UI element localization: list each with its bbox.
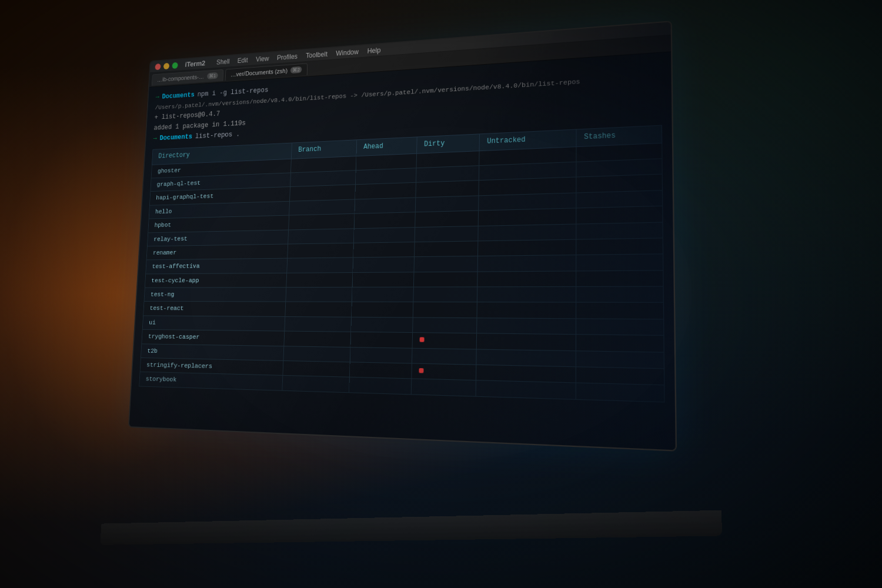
cell-untracked bbox=[478, 224, 576, 241]
cell-ahead bbox=[352, 302, 413, 318]
cell-untracked bbox=[477, 302, 576, 319]
menu-shell[interactable]: Shell bbox=[212, 56, 234, 67]
cell-dirty bbox=[414, 272, 478, 287]
cell-directory: storybook bbox=[139, 372, 283, 391]
cell-dirty bbox=[412, 363, 476, 380]
table-row: test-cycle-app bbox=[145, 270, 663, 288]
cell-directory: test-ng bbox=[144, 288, 286, 302]
cell-untracked bbox=[479, 208, 576, 226]
cell-dirty bbox=[415, 226, 478, 242]
cell-dirty bbox=[416, 196, 479, 212]
prompt-arrow-1: → bbox=[155, 92, 159, 102]
close-button[interactable] bbox=[155, 64, 161, 70]
tab-1-badge: ⌘1 bbox=[207, 72, 218, 79]
cell-branch bbox=[289, 213, 355, 229]
cell-untracked bbox=[477, 287, 576, 303]
cell-stashes bbox=[576, 335, 664, 352]
cell-directory: renamer bbox=[146, 244, 288, 260]
cell-stashes bbox=[576, 286, 664, 303]
cell-dirty bbox=[416, 166, 479, 183]
cell-branch bbox=[288, 243, 354, 258]
cell-dirty bbox=[416, 181, 479, 198]
cell-stashes bbox=[576, 190, 663, 208]
cell-ahead bbox=[356, 168, 417, 185]
laptop-wrapper: iTerm2 Shell Edit View Profiles Toolbelt… bbox=[0, 0, 882, 588]
minimize-button[interactable] bbox=[163, 62, 169, 69]
cell-ahead bbox=[354, 227, 415, 243]
cell-ahead bbox=[352, 287, 413, 302]
cell-branch bbox=[282, 376, 349, 393]
cell-dirty bbox=[413, 318, 477, 333]
cell-branch bbox=[290, 185, 356, 201]
traffic-lights bbox=[155, 62, 178, 69]
cell-directory: test-cycle-app bbox=[145, 273, 287, 288]
cell-stashes bbox=[576, 383, 664, 402]
cell-directory: ui bbox=[142, 316, 285, 332]
cell-branch bbox=[289, 199, 355, 215]
table-row: test-ng bbox=[144, 286, 663, 303]
menu-help[interactable]: Help bbox=[363, 45, 385, 56]
cell-ahead bbox=[354, 212, 415, 228]
cell-dirty bbox=[413, 287, 477, 302]
cell-untracked bbox=[477, 271, 576, 287]
cell-branch bbox=[290, 171, 356, 187]
cell-untracked bbox=[477, 333, 576, 350]
cell-directory: test-affectiva bbox=[146, 258, 288, 273]
terminal-content: → Documents npm i -g list-repos /Users/p… bbox=[129, 52, 676, 450]
cell-untracked bbox=[479, 193, 576, 211]
cell-dirty bbox=[414, 256, 478, 272]
menu-window[interactable]: Window bbox=[332, 46, 363, 59]
cell-stashes bbox=[576, 367, 664, 385]
cell-dirty bbox=[415, 211, 479, 227]
cell-branch bbox=[286, 272, 353, 287]
cmd-text-2: list-repos . bbox=[195, 129, 240, 142]
cell-ahead bbox=[350, 332, 413, 348]
cell-branch bbox=[287, 258, 353, 273]
cell-stashes bbox=[576, 206, 663, 223]
prompt-dir-1: Documents bbox=[162, 89, 195, 102]
cell-ahead bbox=[353, 242, 415, 258]
cell-untracked bbox=[476, 349, 576, 367]
cell-ahead bbox=[352, 272, 414, 288]
menu-edit[interactable]: Edit bbox=[233, 55, 252, 66]
cell-stashes bbox=[576, 238, 663, 255]
cell-untracked bbox=[478, 239, 576, 256]
col-ahead: Ahead bbox=[356, 137, 417, 156]
app-name: iTerm2 bbox=[185, 59, 205, 68]
repo-table: Directory Branch Ahead Dirty Untracked S… bbox=[139, 125, 664, 402]
cell-branch bbox=[288, 228, 354, 244]
prompt-dir-2: Documents bbox=[159, 132, 192, 144]
maximize-button[interactable] bbox=[172, 62, 178, 68]
tab-1-label: …ib-components-… bbox=[157, 74, 204, 83]
cell-branch bbox=[283, 361, 350, 377]
cell-dirty bbox=[413, 302, 477, 318]
cell-ahead bbox=[353, 257, 415, 272]
cell-untracked bbox=[476, 380, 576, 399]
cell-ahead bbox=[350, 362, 412, 379]
menu-toolbelt[interactable]: Toolbelt bbox=[302, 49, 332, 61]
cell-ahead bbox=[355, 198, 416, 214]
prompt-arrow-2: → bbox=[153, 133, 157, 144]
cell-branch bbox=[284, 331, 351, 347]
cell-untracked bbox=[478, 255, 576, 272]
cell-stashes bbox=[576, 254, 663, 270]
cell-directory: test-react bbox=[143, 302, 286, 316]
tab-2-label: …ver/Documents (zsh) bbox=[230, 67, 288, 78]
cell-dirty bbox=[412, 333, 477, 349]
cell-branch bbox=[286, 287, 352, 302]
cell-dirty bbox=[412, 379, 476, 396]
laptop-screen: iTerm2 Shell Edit View Profiles Toolbelt… bbox=[128, 21, 677, 452]
cell-branch bbox=[285, 316, 352, 332]
menu-profiles[interactable]: Profiles bbox=[273, 51, 302, 63]
cell-ahead bbox=[355, 183, 416, 199]
cell-ahead bbox=[351, 317, 413, 333]
cell-stashes bbox=[576, 303, 664, 319]
cell-dirty bbox=[415, 241, 478, 257]
cell-dirty bbox=[412, 348, 477, 365]
tab-2-badge: ⌘2 bbox=[290, 66, 302, 74]
cell-ahead bbox=[350, 347, 412, 363]
cell-stashes bbox=[576, 270, 663, 287]
menu-view[interactable]: View bbox=[252, 53, 273, 64]
cell-stashes bbox=[576, 222, 663, 240]
cell-untracked bbox=[476, 365, 576, 383]
